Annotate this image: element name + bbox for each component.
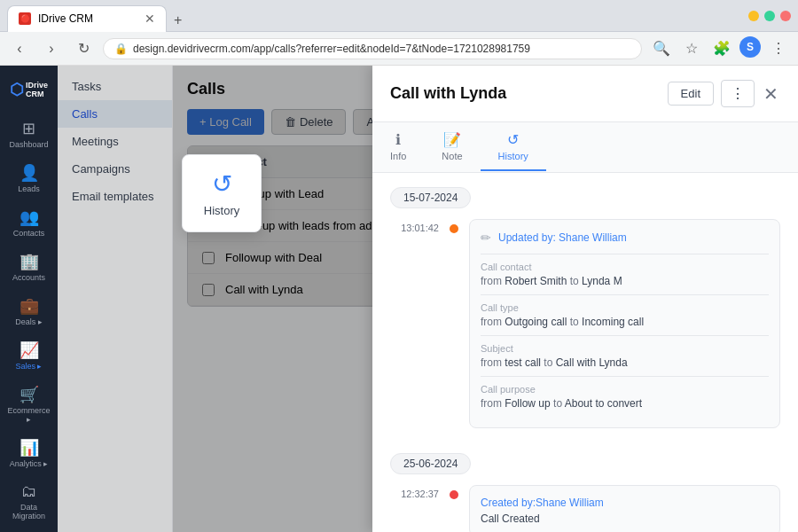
sidebar-item-leads[interactable]: 👤 Leads: [4, 158, 55, 199]
card-1-updated-by: Updated by: Shane William: [498, 231, 627, 244]
sidebar-label-deals: Deals ▸: [15, 317, 43, 326]
sidebar-item-analytics[interactable]: 📊 Analytics ▸: [4, 433, 55, 473]
browser-tab-active[interactable]: 🔴 IDrive CRM ✕: [7, 5, 167, 32]
field-value-subject: from test call to Call with Lynda: [481, 356, 769, 369]
maximize-button[interactable]: [764, 11, 775, 21]
entry-1-dot: [450, 224, 458, 233]
sub-sidebar-meetings[interactable]: Meetings: [58, 128, 172, 155]
sidebar-label-leads: Leads: [18, 184, 40, 193]
tab-note[interactable]: 📝 Note: [424, 122, 480, 172]
deals-icon: 💼: [20, 296, 39, 316]
created-by-label: Created by:Shane William: [481, 497, 769, 509]
sales-icon: 📈: [20, 340, 39, 360]
sub-sidebar-campaigns[interactable]: Campaigns: [58, 155, 172, 183]
dashboard-icon: ⊞: [22, 119, 35, 138]
entry-2-card: Created by:Shane William Call Created: [469, 485, 780, 532]
more-options-button[interactable]: ⋮: [721, 80, 755, 107]
sidebar-label-ecommerce: Ecommerce ▸: [7, 406, 51, 424]
browser-chrome: 🔴 IDrive CRM ✕ +: [0, 0, 798, 32]
panel-tabs: ℹ Info 📝 Note ↺ History: [372, 122, 798, 532]
field-label-call-contact: Call contact: [481, 262, 769, 272]
sidebar-item-deals[interactable]: 💼 Deals ▸: [4, 291, 55, 332]
sub-sidebar-email-templates[interactable]: Email templates: [58, 183, 172, 210]
sidebar-item-sales[interactable]: 📈 Sales ▸: [4, 335, 55, 376]
field-call-purpose: Call purpose from Follow up to About to …: [481, 376, 769, 417]
timeline: 15-07-2024 13:01:42 ✏ Updated by:: [372, 173, 798, 532]
bookmark-button[interactable]: ☆: [679, 36, 704, 61]
sidebar-label-sales: Sales ▸: [15, 362, 42, 371]
field-call-type: Call type from Outgoing call to Incoming…: [481, 294, 769, 335]
info-icon: ℹ: [395, 131, 401, 148]
field-value-call-contact: from Robert Smith to Lynda M: [481, 275, 769, 287]
secure-icon: 🔒: [114, 43, 128, 55]
accounts-icon: 🏢: [20, 252, 39, 271]
history-tooltip-icon: ↺: [212, 169, 232, 199]
sidebar-label-analytics: Analytics ▸: [10, 459, 49, 468]
sidebar-item-datamigration[interactable]: 🗂 Data Migration: [4, 477, 55, 526]
history-tooltip: ↺ History: [182, 154, 262, 232]
app-container: ⬡ IDriveCRM ⊞ Dashboard 👤 Leads 👥 Contac…: [0, 66, 798, 532]
address-bar[interactable]: 🔒 design.devidrivecrm.com/app/calls?refe…: [103, 38, 642, 59]
sub-sidebar-tasks[interactable]: Tasks: [58, 73, 172, 100]
panel-close-button[interactable]: ✕: [762, 82, 780, 106]
browser-nav: ‹ › ↻ 🔒 design.devidrivecrm.com/app/call…: [0, 32, 798, 66]
history-icon: ↺: [507, 131, 519, 148]
extensions-button[interactable]: 🧩: [709, 36, 734, 61]
field-label-subject: Subject: [481, 343, 769, 354]
detail-panel-overlay: ↺ History Call with Lynda Edit ⋮ ✕: [173, 66, 798, 532]
tab-info-label: Info: [390, 151, 406, 161]
entry-1-time: 13:01:42: [390, 219, 439, 428]
sidebar-item-contacts[interactable]: 👥 Contacts: [4, 202, 55, 243]
logo-icon: ⬡: [10, 80, 24, 99]
browser-tabs: 🔴 IDrive CRM ✕ +: [7, 0, 736, 32]
field-value-call-purpose: from Follow up to About to convert: [481, 397, 769, 410]
history-tooltip-label: History: [204, 204, 239, 217]
field-call-contact: Call contact from Robert Smith to Lynda …: [481, 254, 769, 294]
tab-favicon: 🔴: [19, 12, 31, 25]
window-close-button[interactable]: [780, 11, 791, 21]
date-badge-1: 15-07-2024: [372, 173, 798, 219]
field-label-call-type: Call type: [481, 302, 769, 313]
tab-close-button[interactable]: ✕: [145, 12, 155, 26]
sidebar-item-accounts[interactable]: 🏢 Accounts: [4, 246, 55, 287]
timeline-entry-2: 12:32:37 Created by:Shane William Call C…: [372, 485, 798, 532]
refresh-button[interactable]: ↻: [71, 36, 96, 61]
panel-title: Call with Lynda: [390, 84, 506, 103]
panel-actions: Edit ⋮ ✕: [668, 80, 780, 107]
date-label-1: 15-07-2024: [390, 187, 471, 208]
edit-button[interactable]: Edit: [668, 82, 714, 106]
menu-button[interactable]: ⋮: [766, 36, 791, 61]
sub-sidebar: Tasks Calls Meetings Campaigns Email tem…: [58, 66, 173, 532]
tab-info[interactable]: ℹ Info: [372, 122, 424, 172]
sidebar-label-dashboard: Dashboard: [9, 140, 48, 149]
sidebar: ⬡ IDriveCRM ⊞ Dashboard 👤 Leads 👥 Contac…: [0, 66, 58, 532]
sidebar-item-ecommerce[interactable]: 🛒 Ecommerce ▸: [4, 379, 55, 429]
sub-sidebar-calls[interactable]: Calls: [58, 100, 172, 128]
back-button[interactable]: ‹: [7, 36, 32, 61]
entry-2-time: 12:32:37: [390, 485, 439, 532]
panel-header: Call with Lynda Edit ⋮ ✕: [372, 66, 798, 122]
profile-avatar[interactable]: S: [739, 36, 761, 58]
field-subject: Subject from test call to Call with Lynd…: [481, 335, 769, 376]
entry-1-card: ✏ Updated by: Shane William Call contact: [469, 219, 780, 428]
note-icon: 📝: [443, 131, 461, 148]
logo-label: IDriveCRM: [26, 81, 48, 98]
tab-icon-bar: ℹ Info 📝 Note ↺ History: [372, 122, 798, 173]
sidebar-item-dashboard[interactable]: ⊞ Dashboard: [4, 113, 55, 154]
leads-icon: 👤: [20, 163, 39, 183]
main-content: Calls + Log Call 🗑 Delete Acti... Subjec…: [173, 66, 798, 532]
sidebar-label-datamigration: Data Migration: [7, 503, 51, 520]
contacts-icon: 👥: [20, 207, 39, 227]
date-badge-2: 25-06-2024: [372, 439, 798, 485]
field-value-call-type: from Outgoing call to Incoming call: [481, 316, 769, 328]
search-button[interactable]: 🔍: [649, 36, 674, 61]
datamigration-icon: 🗂: [21, 482, 37, 501]
tab-history-label: History: [498, 151, 528, 161]
card-edit-icon: ✏: [481, 231, 491, 245]
tab-history[interactable]: ↺ History: [481, 122, 546, 172]
sidebar-label-contacts: Contacts: [13, 229, 45, 238]
new-tab-button[interactable]: +: [167, 9, 189, 32]
minimize-button[interactable]: [748, 11, 759, 21]
forward-button[interactable]: ›: [39, 36, 64, 61]
analytics-icon: 📊: [20, 438, 39, 458]
